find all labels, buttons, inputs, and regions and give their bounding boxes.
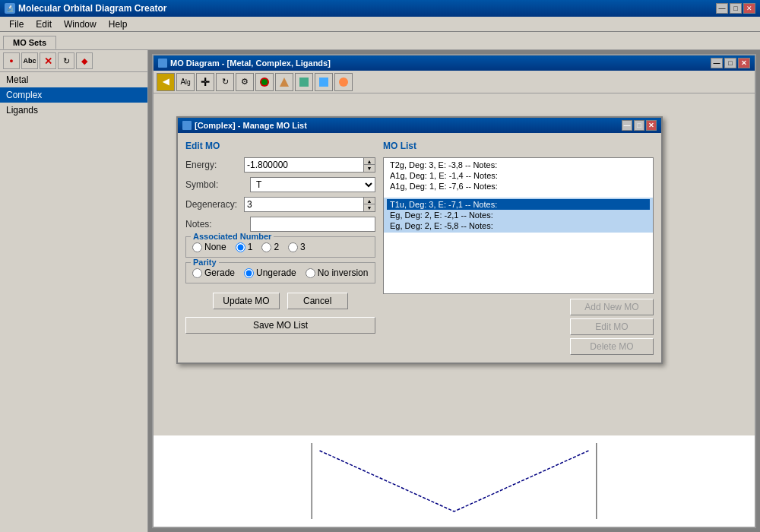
- mo-diagram-icon: [158, 59, 167, 68]
- mo-back-btn[interactable]: ◀: [157, 73, 175, 91]
- menu-window[interactable]: Window: [58, 18, 103, 30]
- parity-gerade-label: Gerade: [204, 268, 235, 278]
- list-item[interactable]: T2g, Deg: 3, E: -3,8 -- Notes:: [387, 160, 650, 170]
- tab-mo-sets[interactable]: MO Sets: [3, 36, 56, 49]
- sidebar-item-ligands[interactable]: Ligands: [0, 103, 147, 118]
- app-icon: 🔬: [5, 3, 15, 14]
- manage-mo-maximize[interactable]: □: [634, 120, 644, 131]
- mo-color5-btn[interactable]: [334, 73, 353, 91]
- assoc-1-radio[interactable]: [236, 242, 245, 252]
- notes-label: Notes:: [185, 219, 250, 230]
- update-mo-button[interactable]: Update MO: [213, 293, 279, 309]
- mo-list-title: MO List: [383, 141, 654, 151]
- degeneracy-spin-down[interactable]: ▼: [364, 204, 375, 211]
- edit-mo-title: Edit MO: [185, 141, 375, 151]
- menu-file[interactable]: File: [3, 18, 30, 30]
- mo-settings-btn[interactable]: ⚙: [236, 73, 254, 91]
- mo-color4-btn[interactable]: [315, 73, 333, 91]
- delete-tool-btn[interactable]: ✕: [40, 52, 56, 69]
- parity-gerade-radio[interactable]: [192, 268, 202, 278]
- mo-diagram-maximize[interactable]: □: [724, 58, 736, 68]
- maximize-button[interactable]: □: [730, 3, 742, 14]
- sidebar-item-metal[interactable]: Metal: [0, 72, 147, 87]
- mo-alg-btn[interactable]: Alg: [176, 73, 195, 91]
- assoc-3-option[interactable]: 3: [288, 242, 306, 252]
- list-item[interactable]: T1u, Deg: 3, E: -7,1 -- Notes:: [387, 199, 650, 210]
- mo-color3-btn[interactable]: [295, 73, 313, 91]
- degeneracy-spin-up[interactable]: ▲: [364, 198, 375, 204]
- minimize-button[interactable]: —: [716, 3, 728, 14]
- energy-label: Energy:: [185, 160, 244, 170]
- degeneracy-row: Degeneracy: ▲ ▼: [185, 197, 375, 212]
- svg-point-1: [261, 79, 268, 85]
- mo-add-btn[interactable]: ✛: [196, 73, 214, 91]
- degeneracy-label: Degeneracy:: [185, 199, 244, 210]
- assoc-3-label: 3: [300, 242, 306, 252]
- add-new-mo-button[interactable]: Add New MO: [570, 299, 654, 315]
- menu-help[interactable]: Help: [103, 18, 134, 30]
- parity-gerade-option[interactable]: Gerade: [192, 268, 235, 278]
- mo-list-panel: MO List T2g, Deg: 3, E: -3,8 -- Notes: A…: [383, 141, 654, 355]
- associated-number-group: Associated Number None 1: [185, 236, 375, 258]
- energy-spin-up[interactable]: ▲: [364, 158, 375, 165]
- assoc-none-radio[interactable]: [192, 242, 202, 252]
- list-item[interactable]: Eg, Deg: 2, E: -5,8 -- Notes:: [387, 220, 650, 231]
- assoc-2-option[interactable]: 2: [261, 242, 279, 252]
- mo-diagram-toolbar: ◀ Alg ✛ ↻ ⚙: [154, 71, 755, 93]
- associated-number-title: Associated Number: [191, 232, 274, 241]
- parity-ungerade-option[interactable]: Ungerade: [244, 268, 296, 278]
- save-mo-list-button[interactable]: Save MO List: [185, 317, 375, 334]
- menu-edit[interactable]: Edit: [30, 18, 58, 30]
- assoc-none-option[interactable]: None: [192, 242, 226, 252]
- refresh-tool-btn[interactable]: ↻: [58, 52, 74, 69]
- energy-input[interactable]: [244, 157, 363, 173]
- manage-mo-close[interactable]: ✕: [646, 120, 657, 131]
- assoc-3-radio[interactable]: [288, 242, 298, 252]
- degeneracy-input[interactable]: [244, 197, 363, 212]
- edit-mo-panel: Edit MO Energy: ▲ ▼: [185, 141, 375, 355]
- sidebar-item-complex[interactable]: Complex: [0, 87, 147, 103]
- parity-ungerade-label: Ungerade: [256, 268, 296, 278]
- mo-color2-btn[interactable]: [275, 73, 293, 91]
- assoc-2-label: 2: [274, 242, 279, 252]
- assoc-1-option[interactable]: 1: [236, 242, 253, 252]
- list-item[interactable]: A1g, Deg: 1, E: -1,4 -- Notes:: [387, 170, 650, 181]
- mo-diagram-close[interactable]: ✕: [738, 58, 750, 68]
- cancel-button[interactable]: Cancel: [287, 293, 348, 309]
- delete-mo-button[interactable]: Delete MO: [570, 338, 654, 355]
- mo-refresh-btn[interactable]: ↻: [216, 73, 234, 91]
- degeneracy-spinners: ▲ ▼: [363, 197, 375, 212]
- sidebar-list: Metal Complex Ligands: [0, 72, 147, 532]
- close-button[interactable]: ✕: [743, 3, 755, 14]
- assoc-2-radio[interactable]: [261, 242, 271, 252]
- manage-mo-dialog: [Complex] - Manage MO List — □ ✕ Edit MO: [176, 116, 663, 364]
- mo-diagram-content: [Complex] - Manage MO List — □ ✕ Edit MO: [154, 93, 755, 527]
- associated-number-options: None 1 2: [192, 242, 369, 252]
- text-tool-btn[interactable]: Abc: [21, 52, 38, 69]
- mo-diagram-title-bar: MO Diagram - [Metal, Complex, Ligands] —…: [154, 55, 755, 71]
- parity-no-inversion-option[interactable]: No inversion: [306, 268, 369, 278]
- mo-list-box[interactable]: T2g, Deg: 3, E: -3,8 -- Notes: A1g, Deg:…: [383, 157, 654, 294]
- list-item[interactable]: Eg, Deg: 2, E: -2,1 -- Notes:: [387, 210, 650, 220]
- diagram-svg: [154, 435, 755, 527]
- app-window-controls: — □ ✕: [716, 3, 755, 14]
- mo-color1-btn[interactable]: [255, 73, 274, 91]
- manage-mo-icon: [182, 121, 192, 130]
- energy-spin-down[interactable]: ▼: [364, 165, 375, 172]
- list-item[interactable]: A1g, Deg: 1, E: -7,6 -- Notes:: [387, 181, 650, 192]
- color-tool-btn[interactable]: ●: [3, 52, 20, 69]
- manage-mo-window-controls: — □ ✕: [622, 120, 657, 131]
- parity-ungerade-radio[interactable]: [244, 268, 254, 278]
- tab-bar: MO Sets: [0, 32, 760, 50]
- symbol-select[interactable]: T A1g T1u Eg A1 E: [250, 177, 375, 192]
- menu-bar: File Edit Window Help: [0, 17, 760, 32]
- parity-no-inversion-radio[interactable]: [306, 268, 315, 278]
- app-title-bar: 🔬 Molecular Orbital Diagram Creator — □ …: [0, 0, 760, 17]
- diamond-tool-btn[interactable]: ◆: [76, 52, 93, 69]
- notes-input[interactable]: [250, 217, 375, 232]
- mo-diagram-window-controls: — □ ✕: [711, 58, 750, 68]
- edit-mo-button[interactable]: Edit MO: [570, 318, 654, 335]
- mo-diagram-minimize[interactable]: —: [711, 58, 723, 68]
- svg-rect-4: [319, 78, 328, 87]
- manage-mo-minimize[interactable]: —: [622, 120, 632, 131]
